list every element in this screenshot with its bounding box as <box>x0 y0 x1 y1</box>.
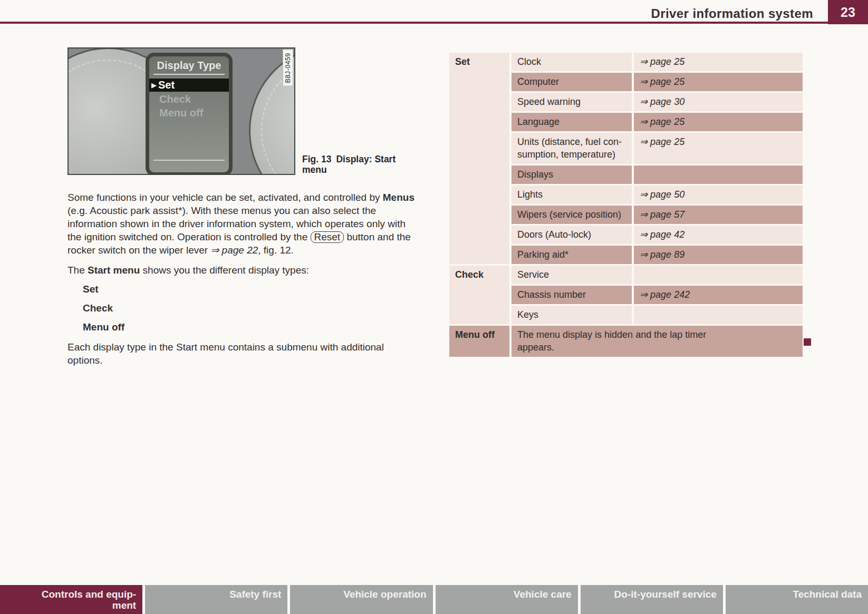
menu-item-label: Speed warning <box>517 96 581 107</box>
display-menu-item-set-label: Set <box>158 79 175 91</box>
menu-item-cell: Service <box>512 266 632 284</box>
cross-reference-page-22: ⇒ page 22 <box>210 245 258 256</box>
footer-tab-label: Safety first <box>229 589 281 600</box>
menu-item-label: Language <box>517 116 560 127</box>
page-ref-cell: ⇒ page 50 <box>634 186 803 204</box>
menu-item-cell: Doors (Auto-lock) <box>512 226 632 244</box>
menu-off-description: The menu display is hidden and the lap t… <box>517 328 739 354</box>
group-cell-check: Check <box>449 266 509 324</box>
menu-item-cell: Wipers (service position) <box>512 206 632 224</box>
manual-page: Driver information system 23 Display Typ… <box>0 0 868 614</box>
text-run: , fig. 12. <box>258 245 294 256</box>
display-type-list: Set Check Menu off <box>67 282 416 334</box>
footer-tab-controls-and-equipment: Controls and equip­ment <box>0 585 142 614</box>
footer-tab-technical-data: Technical data <box>726 585 868 614</box>
page-ref-cell: ⇒ page 242 <box>634 286 803 304</box>
menu-item-label: Service <box>517 269 549 280</box>
footer-tab-label: Vehicle care <box>514 589 572 600</box>
group-label: Set <box>455 56 470 67</box>
menu-item-label: Parking aid* <box>517 249 568 260</box>
menu-item-cell: Parking aid* <box>512 246 632 264</box>
list-item-menu-off: Menu off <box>67 320 416 334</box>
menu-item-cell: Chassis number <box>512 286 632 304</box>
page-ref-cell <box>634 306 803 324</box>
header-divider <box>0 22 868 24</box>
group-cell-menu-off: Menu off <box>449 326 509 357</box>
page-ref: ⇒ page 42 <box>640 229 684 240</box>
page-number: 23 <box>841 5 855 20</box>
selection-arrow-icon: ▶ <box>151 80 157 91</box>
menu-item-label: Chassis number <box>517 289 586 300</box>
menu-item-cell: Keys <box>512 306 632 324</box>
page-ref-cell: ⇒ page 25 <box>634 73 803 91</box>
paragraph-start-menu: The Start menu shows you the different d… <box>67 264 416 277</box>
page-ref-cell: ⇒ page 25 <box>634 133 803 164</box>
footer-tab-label: Vehicle operation <box>343 589 426 600</box>
footer-tab-vehicle-operation: Vehicle operation <box>290 585 432 614</box>
menu-item-cell: Displays <box>512 165 632 184</box>
page-ref: ⇒ page 50 <box>640 189 684 200</box>
menu-item-label: Displays <box>517 169 553 180</box>
page-number-badge: 23 <box>828 0 868 24</box>
menu-item-label: Doors (Auto-lock) <box>517 229 591 240</box>
page-ref: ⇒ page 25 <box>640 116 684 127</box>
paragraph-submenu: Each display type in the Start menu cont… <box>67 340 401 367</box>
menu-item-cell: Clock <box>512 53 632 71</box>
display-menu-item-menu-off: Menu off <box>149 105 229 119</box>
page-ref-cell: ⇒ page 42 <box>634 226 803 244</box>
menu-item-label: Computer <box>517 76 559 87</box>
reset-button-keycap: Reset <box>311 231 344 243</box>
footer-section-bar: Controls and equip­ment Safety first Veh… <box>0 585 868 614</box>
list-item-check: Check <box>67 301 416 315</box>
body-copy: Some functions in your vehicle can be se… <box>67 191 416 367</box>
footer-tab-vehicle-care: Vehicle care <box>436 585 578 614</box>
page-ref: ⇒ page 242 <box>640 289 690 300</box>
menu-item-label: Wipers (service position) <box>517 209 621 220</box>
page-ref: ⇒ page 89 <box>640 249 684 260</box>
page-ref-cell: ⇒ page 25 <box>634 53 803 71</box>
page-ref: ⇒ page 25 <box>640 56 684 67</box>
page-ref: ⇒ page 25 <box>640 137 684 147</box>
text-run: The <box>67 265 88 276</box>
text-run-bold-start-menu: Start menu <box>88 265 140 276</box>
text-run: shows you the different display types: <box>140 265 309 276</box>
footer-tab-label: Controls and equip­ment <box>40 589 136 611</box>
menu-item-cell-units: Units (distance, fuel con-sumption, temp… <box>512 133 632 164</box>
screen-bottom-divider <box>153 160 225 161</box>
screen-title-divider <box>153 74 225 75</box>
cluster-display-screen: Display Type ▶ Set Check Menu off <box>146 53 233 175</box>
group-cell-set: Set <box>449 53 509 264</box>
page-title: Driver information system <box>651 6 813 21</box>
menu-item-cell: Lights <box>512 186 632 204</box>
menu-item-label: Lights <box>517 189 543 200</box>
menu-off-description-cell: The menu display is hidden and the lap t… <box>512 326 803 357</box>
figure-caption-number: Fig. 13 <box>302 154 331 164</box>
page-ref-cell <box>634 266 803 284</box>
figure-image-code: B8J-0459 <box>283 50 293 86</box>
list-item-set: Set <box>67 282 416 296</box>
footer-tab-label: Do-it-yourself service <box>614 589 717 600</box>
menu-item-cell: Speed warning <box>512 93 632 111</box>
group-label: Menu off <box>455 329 495 340</box>
page-ref-cell <box>634 165 803 184</box>
menu-item-cell: Computer <box>512 73 632 91</box>
page-ref: ⇒ page 25 <box>640 76 684 87</box>
menu-item-cell: Language <box>512 113 632 131</box>
menu-item-label-line1: Units (distance, fuel con- <box>517 135 627 148</box>
figure-instrument-cluster: Display Type ▶ Set Check Menu off B8J-04… <box>67 47 295 175</box>
figure-caption: Fig. 13Display: Start menu <box>302 154 410 175</box>
page-ref: ⇒ page 30 <box>640 96 684 107</box>
footer-tab-safety-first: Safety first <box>145 585 287 614</box>
paragraph-intro: Some functions in your vehicle can be se… <box>67 191 416 257</box>
section-end-marker <box>804 338 811 346</box>
display-menu-item-set: ▶ Set <box>149 79 229 92</box>
menu-item-label: Clock <box>517 56 541 67</box>
menu-item-label-line2: sumption, temperature) <box>517 148 627 161</box>
group-label: Check <box>455 269 484 280</box>
page-ref-cell: ⇒ page 30 <box>634 93 803 111</box>
menu-item-label: Keys <box>517 309 538 320</box>
submenu-table: Set Clock ⇒ page 25 Computer ⇒ page 25 S… <box>449 53 803 357</box>
display-menu-title: Display Type <box>149 60 229 72</box>
page-ref-cell: ⇒ page 89 <box>634 246 803 264</box>
text-run-bold-menus: Menus <box>383 192 414 203</box>
